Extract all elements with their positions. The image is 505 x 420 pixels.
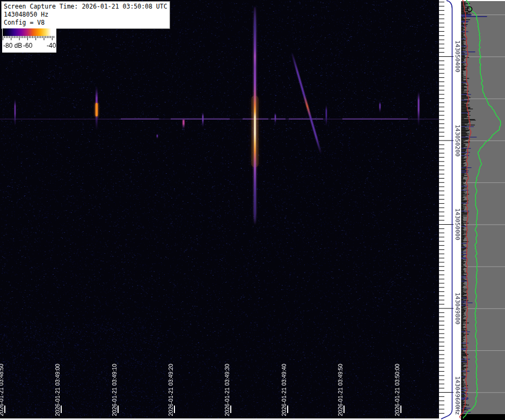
capture-time-line: Screen Capture Time: 2026-01-21 03:50:08… bbox=[4, 3, 167, 11]
time-axis-label: 2026-01-21 03:49:20 bbox=[167, 364, 174, 416]
time-axis-tick bbox=[118, 406, 119, 413]
time-axis-tick bbox=[61, 406, 62, 413]
colorbar-ruler-ticks bbox=[3, 36, 55, 42]
time-axis-label: 2026-01-21 03:49:00 bbox=[54, 364, 61, 416]
colorbar-labels: -80 dB -60 -40 bbox=[2, 42, 56, 51]
time-axis-tick bbox=[4, 406, 5, 413]
time-axis-label: 2026-01-21 03:50:00 bbox=[394, 364, 400, 416]
time-axis-tick bbox=[287, 406, 288, 413]
freq-axis-unit: Hz bbox=[454, 408, 461, 415]
waterfall-display bbox=[0, 0, 440, 420]
config-line: Config = V8 bbox=[4, 19, 167, 27]
freq-axis-label: 143049800 bbox=[454, 292, 461, 325]
time-axis-label: 2026-01-21 03:49:50 bbox=[337, 364, 343, 416]
time-axis-label: 2026-01-21 03:49:40 bbox=[281, 364, 287, 416]
freq-axis-label: 143050200 bbox=[454, 124, 461, 157]
colorbar-label-40db: -40 bbox=[47, 42, 56, 49]
colorbar-label-60db: -60 bbox=[23, 42, 32, 49]
time-axis-tick bbox=[230, 406, 231, 413]
colorbar-label-80db: -80 dB bbox=[3, 42, 22, 49]
freq-axis-label: 143050000 bbox=[454, 208, 461, 240]
capture-info-box: Screen Capture Time: 2026-01-21 03:50:08… bbox=[1, 1, 170, 29]
spectrogram-screen-capture: Screen Capture Time: 2026-01-21 03:50:08… bbox=[0, 0, 505, 420]
time-axis-tick bbox=[174, 406, 175, 413]
time-axis-tick bbox=[343, 406, 345, 413]
db-colorbar: -80 dB -60 -40 bbox=[2, 28, 56, 53]
time-axis-tick bbox=[400, 406, 401, 413]
receiver-frequency-line: 143048050 Hz bbox=[4, 11, 167, 19]
freq-axis-label: 143049600 bbox=[454, 376, 461, 408]
time-axis-label: 2026-01-21 03:49:30 bbox=[224, 364, 230, 416]
frequency-scale-and-spectrum-panel bbox=[439, 0, 505, 420]
colorbar-gradient bbox=[3, 28, 55, 36]
time-axis-label: 2026-01-21 03:49:10 bbox=[111, 364, 118, 416]
time-axis-label: 2026-01-21 03:48:50 bbox=[0, 364, 4, 416]
freq-axis-label: 143050400 bbox=[454, 40, 461, 72]
